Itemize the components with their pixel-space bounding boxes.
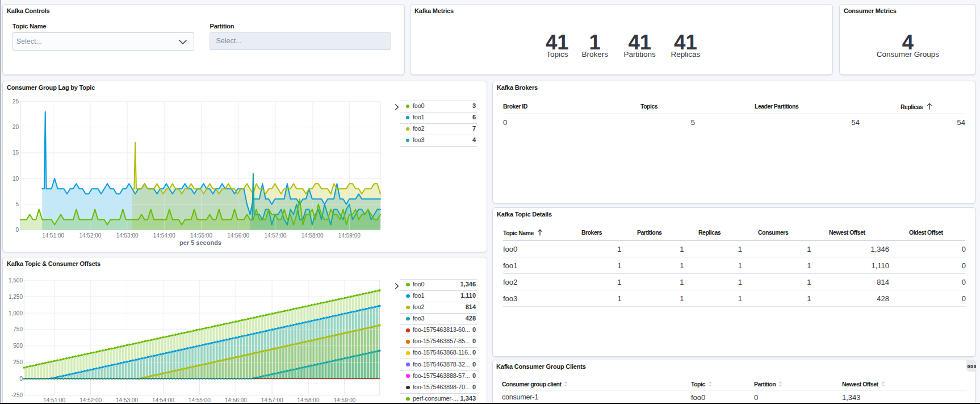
svg-text:14:51:00: 14:51:00	[42, 232, 64, 239]
svg-text:14:57:00: 14:57:00	[264, 232, 286, 239]
svg-text:per 5 seconds: per 5 seconds	[179, 239, 221, 246]
svg-text:15: 15	[12, 149, 19, 156]
svg-text:14:56:00: 14:56:00	[227, 232, 249, 239]
svg-text:25: 25	[12, 98, 19, 105]
svg-text:14:58:00: 14:58:00	[301, 232, 324, 239]
svg-text:20: 20	[12, 124, 19, 130]
svg-text:14:55:00: 14:55:00	[190, 232, 212, 239]
svg-text:14:53:00: 14:53:00	[116, 232, 139, 239]
svg-text:-250: -250	[11, 392, 23, 398]
svg-text:750: 750	[13, 326, 23, 332]
svg-text:14:54:00: 14:54:00	[153, 232, 175, 239]
svg-text:0: 0	[15, 227, 19, 233]
svg-text:0: 0	[19, 376, 23, 382]
svg-text:500: 500	[13, 343, 23, 349]
svg-text:1,000: 1,000	[9, 310, 23, 316]
svg-text:14:52:00: 14:52:00	[79, 232, 101, 239]
svg-text:5: 5	[15, 201, 19, 207]
svg-text:1,500: 1,500	[9, 277, 23, 284]
svg-text:14:59:00: 14:59:00	[338, 232, 361, 239]
svg-text:10: 10	[12, 176, 19, 182]
svg-text:1,250: 1,250	[9, 294, 23, 300]
svg-text:250: 250	[13, 359, 23, 365]
